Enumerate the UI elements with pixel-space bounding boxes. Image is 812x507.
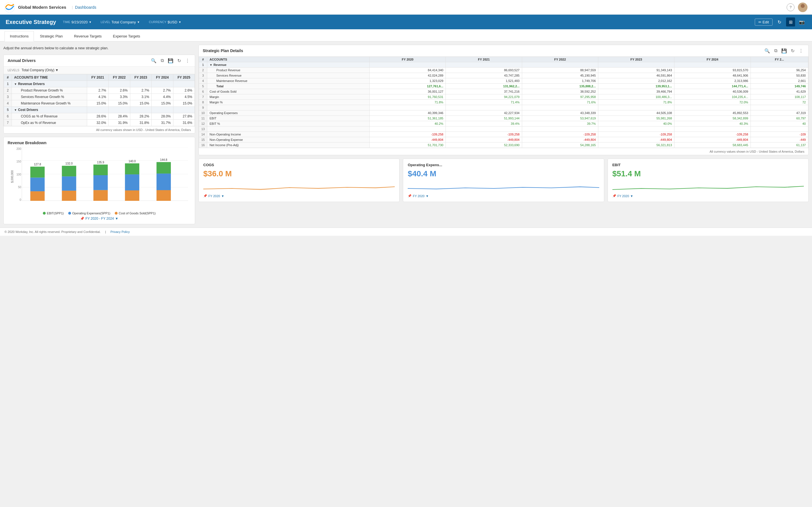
footer-divider: | (105, 230, 106, 233)
revenue-breakdown-card: Revenue Breakdown $,000,000 0 50 100 150… (3, 137, 195, 224)
svg-rect-30 (156, 173, 171, 190)
opex-range[interactable]: 📌 FY 2020 ▼ (408, 194, 599, 198)
workday-logo (4, 2, 15, 12)
sp-col-fy2023: FY 2023 (598, 57, 674, 62)
col-num-header: # (4, 74, 12, 81)
sp-copy-icon[interactable]: ⧉ (772, 47, 779, 54)
col-fy2022-header: FY 2022 (109, 74, 130, 81)
help-icon[interactable]: ? (786, 3, 795, 11)
table-row: 2 Product Revenue 84,414,34086,693,52788… (199, 68, 808, 73)
chart-svg: 127.8 2020 132.0 2021 135.9 2022 (22, 147, 188, 201)
avatar[interactable] (798, 3, 808, 12)
ebit-card-title: EBIT (612, 163, 804, 167)
table-row: 6 COGS as % of Revenue 28.6%28.4%28.2%28… (4, 113, 195, 120)
legend-ebit-dot (43, 212, 46, 215)
table-row: 7 OpEx as % of Revenue 32.0%31.9%31.8%31… (4, 120, 195, 126)
camera-button[interactable]: 📷 (797, 17, 806, 26)
table-row: 13 (199, 126, 808, 132)
levels-value[interactable]: Total Company (Only) ▼ (22, 68, 59, 72)
table-row: 1 ▼Revenue (199, 62, 808, 68)
level-label: LEVEL (101, 20, 110, 24)
tab-instructions[interactable]: Instructions (4, 31, 34, 41)
copy-icon[interactable]: ⧉ (159, 57, 165, 64)
svg-rect-25 (125, 174, 139, 190)
legend-opex-dot (68, 212, 71, 215)
y-axis-labels: 0 50 100 150 200 (13, 147, 21, 202)
currency-chevron: ▼ (179, 20, 181, 24)
legend-opex: Operating Expenses(SPP1) (68, 212, 110, 215)
subtitle: Adjust the annual drivers below to calcu… (3, 45, 195, 51)
svg-rect-26 (125, 163, 139, 174)
svg-rect-20 (93, 175, 108, 190)
cogs-range[interactable]: 📌 FY 2020 ▼ (203, 194, 395, 198)
top-nav-right: ? (786, 3, 808, 12)
table-row: 14 Non-Operating Income -109,258-109,258… (199, 132, 808, 137)
table-row: 1 ▼Revenue Drivers (4, 81, 195, 87)
svg-text:127.8: 127.8 (34, 163, 41, 166)
svg-rect-10 (31, 177, 45, 191)
levels-label: LEVELS (8, 68, 19, 72)
tab-expense-targets[interactable]: Expense Targets (107, 31, 146, 41)
sp-col-num: # (199, 57, 207, 62)
svg-rect-15 (62, 176, 76, 191)
level-filter[interactable]: LEVEL Total Company ▼ (101, 20, 140, 24)
currency-label: CURRENCY (149, 20, 166, 24)
col-fy2024-header: FY 2024 (152, 74, 173, 81)
tabs-bar: Instructions Strategic Plan Revenue Targ… (0, 29, 812, 41)
legend-cogs-dot (115, 212, 117, 215)
currency-filter[interactable]: CURRENCY $USD ▼ (149, 20, 181, 24)
time-filter[interactable]: TIME 9/23/2020 ▼ (63, 20, 92, 24)
refresh-table-icon[interactable]: ↻ (175, 57, 183, 64)
sp-refresh-icon[interactable]: ↻ (789, 47, 796, 54)
svg-rect-24 (125, 190, 139, 201)
nav-divider: | (72, 5, 73, 9)
level-value[interactable]: Total Company ▼ (111, 20, 140, 24)
table-row: 9 (199, 105, 808, 110)
sp-save-icon[interactable]: 💾 (781, 47, 788, 54)
range-chevron: ▼ (115, 217, 118, 221)
opex-metric-card: Operating Expens... $40.4 M 📌 FY 2020 ▼ (403, 159, 604, 202)
sp-table-wrap[interactable]: # ACCOUNTS FY 2020 FY 2021 FY 2022 FY 20… (199, 57, 808, 148)
table-row: 3 Services Revenue 42,024,28943,747,2854… (199, 73, 808, 78)
tab-strategic-plan[interactable]: Strategic Plan (35, 31, 68, 41)
sp-currency-note: All currency values shown in USD - Unite… (199, 148, 808, 155)
opex-metric-value: $40.4 M (408, 169, 599, 178)
dashboards-link[interactable]: Dashboards (75, 5, 96, 10)
sp-table: # ACCOUNTS FY 2020 FY 2021 FY 2022 FY 20… (199, 57, 808, 148)
sp-title: Strategic Plan Details (203, 48, 243, 53)
sp-col-fy2024: FY 2024 (674, 57, 751, 62)
refresh-button[interactable]: ↻ (775, 17, 784, 26)
strategic-plan-details-card: Strategic Plan Details 🔍 ⧉ 💾 ↻ ⋮ # ACCOU… (199, 45, 809, 155)
range-chevron: ▼ (630, 194, 633, 198)
main-content: Adjust the annual drivers below to calcu… (0, 41, 812, 228)
tab-revenue-targets[interactable]: Revenue Targets (68, 31, 107, 41)
col-fy2021-header: FY 2021 (87, 74, 108, 81)
ebit-range[interactable]: 📌 FY 2020 ▼ (612, 194, 804, 198)
sp-col-fy2021: FY 2021 (446, 57, 522, 62)
sp-col-fy2x: FY 2... (751, 57, 808, 62)
table-row: 6 Cost of Goods Sold 36,001,12737,741,21… (199, 89, 808, 94)
search-icon[interactable]: 🔍 (150, 57, 157, 64)
range-chevron: ▼ (426, 194, 429, 198)
sp-search-icon[interactable]: 🔍 (764, 47, 770, 54)
time-label: TIME (63, 20, 70, 24)
svg-point-2 (799, 8, 806, 12)
svg-text:140.0: 140.0 (129, 160, 136, 163)
chart-range-selector[interactable]: 📌 FY 2020 - FY 2024 ▼ (8, 217, 191, 221)
svg-text:132.0: 132.0 (65, 162, 73, 165)
table-row: 15 Non-Operating Expense -449,804-449,80… (199, 137, 808, 143)
sp-more-icon[interactable]: ⋮ (798, 47, 804, 54)
svg-rect-14 (62, 191, 76, 201)
edit-button[interactable]: ✏ Edit (755, 18, 772, 25)
table-row: 5 Total 127,761,6...131,962,2...135,888,… (199, 83, 808, 89)
opex-sparkline (408, 180, 599, 192)
more-icon[interactable]: ⋮ (184, 57, 191, 64)
opex-card-title: Operating Expens... (408, 163, 599, 167)
svg-rect-31 (156, 162, 171, 173)
currency-value[interactable]: $USD ▼ (167, 20, 181, 24)
pin-icon: 📌 (203, 194, 207, 198)
save-icon[interactable]: 💾 (167, 57, 174, 64)
time-value[interactable]: 9/23/2020 ▼ (71, 20, 92, 24)
privacy-policy-link[interactable]: Privacy Policy (110, 230, 130, 233)
grid-view-button[interactable]: ⊞ (786, 17, 795, 26)
